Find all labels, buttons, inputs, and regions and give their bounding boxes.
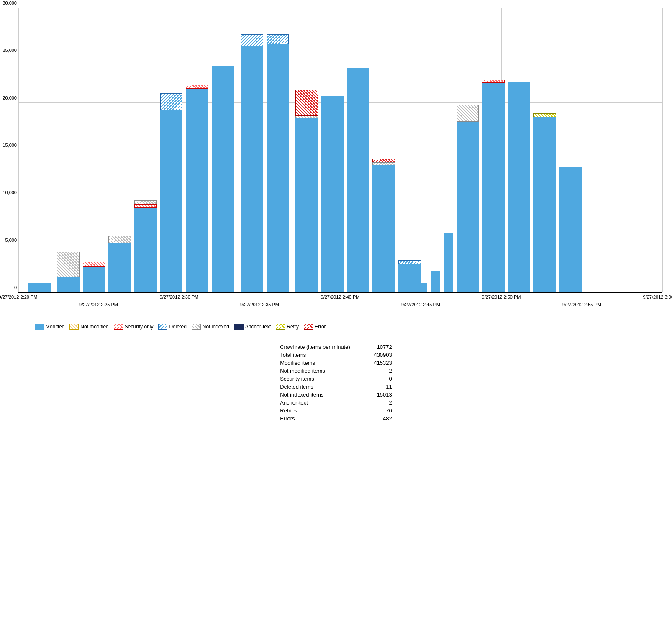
bar-stack bbox=[347, 68, 369, 292]
bar-segment-modified bbox=[559, 167, 582, 292]
bar-group bbox=[457, 105, 479, 292]
chart-inner: 30,00025,00020,00015,00010,0005,0000 9/2… bbox=[18, 8, 662, 314]
x-tick-label: 9/27/2012 2:30 PM bbox=[160, 294, 199, 300]
bar-segment-not-indexed bbox=[57, 252, 80, 277]
bar-segment-not-indexed bbox=[457, 105, 479, 122]
stats-row: Not modified items2 bbox=[280, 367, 392, 375]
bar-segment-not-indexed bbox=[372, 162, 395, 165]
bar-segment-modified bbox=[457, 122, 479, 292]
bar-segment-modified bbox=[347, 68, 369, 292]
bar-segment-not-indexed bbox=[134, 200, 157, 204]
bar-segment-modified bbox=[186, 89, 208, 292]
bar-segment-security bbox=[186, 85, 208, 89]
bar-segment-deleted bbox=[241, 34, 263, 46]
stats-label: Not indexed items bbox=[280, 391, 359, 399]
legend-swatch bbox=[69, 324, 79, 330]
legend-label: Deleted bbox=[169, 324, 186, 330]
bar-group bbox=[267, 34, 289, 292]
stats-row: Errors482 bbox=[280, 415, 392, 422]
legend-swatch bbox=[234, 324, 244, 330]
bar-segment-modified bbox=[418, 283, 427, 292]
x-tick-label: 9/27/2012 2:50 PM bbox=[482, 294, 521, 300]
stats-label: Not modified items bbox=[280, 367, 359, 375]
bar-stack bbox=[372, 159, 395, 292]
stats-value: 10772 bbox=[359, 343, 392, 351]
bar-segment-security bbox=[482, 80, 505, 83]
bar-group bbox=[28, 283, 51, 292]
grid-line-h bbox=[18, 8, 662, 8]
bar-stack bbox=[28, 283, 51, 292]
legend-swatch bbox=[114, 324, 123, 330]
stats-row: Anchor-text2 bbox=[280, 399, 392, 407]
stats-label: Deleted items bbox=[280, 383, 359, 391]
grid-line-v bbox=[662, 8, 663, 292]
bar-segment-modified bbox=[241, 46, 263, 292]
chart-area: 30,00025,00020,00015,00010,0005,0000 9/2… bbox=[10, 8, 662, 314]
stats-row: Total items430903 bbox=[280, 351, 392, 359]
bar-group bbox=[418, 283, 427, 292]
x-axis: 9/27/2012 2:20 PM9/27/2012 2:25 PM9/27/2… bbox=[18, 293, 662, 314]
stats-label: Security items bbox=[280, 375, 359, 383]
stats-value: 482 bbox=[359, 415, 392, 422]
legend-swatch bbox=[192, 324, 201, 330]
bar-stack bbox=[444, 233, 453, 292]
bar-group bbox=[134, 200, 157, 292]
y-tick-label: 15,000 bbox=[3, 143, 17, 148]
y-tick-label: 0 bbox=[14, 285, 17, 290]
stats-row: Retries70 bbox=[280, 407, 392, 415]
bar-segment-modified bbox=[212, 66, 234, 292]
bar-stack bbox=[108, 236, 131, 292]
bar-group bbox=[57, 252, 80, 292]
stats-value: 2 bbox=[359, 399, 392, 407]
bar-stack bbox=[83, 262, 105, 292]
bar-segment-modified bbox=[108, 243, 131, 292]
bar-stack bbox=[559, 167, 582, 292]
legend-label: Security only bbox=[125, 324, 154, 330]
legend-item: Retry bbox=[276, 324, 299, 330]
bar-segment-not-indexed bbox=[108, 236, 131, 243]
y-tick-label: 20,000 bbox=[3, 95, 17, 100]
bar-group bbox=[83, 262, 105, 292]
bar-stack bbox=[533, 113, 556, 292]
bar-group bbox=[295, 90, 318, 292]
chart-plot: 30,00025,00020,00015,00010,0005,0000 bbox=[18, 8, 662, 293]
bar-group bbox=[508, 82, 531, 292]
x-tick-label: 9/27/2012 3:00 PM bbox=[643, 294, 672, 300]
legend-label: Anchor-text bbox=[245, 324, 271, 330]
stats-table: Crawl rate (items per minute)10772Total … bbox=[280, 343, 392, 422]
bar-group bbox=[559, 167, 582, 292]
bar-group bbox=[160, 93, 183, 292]
bar-segment-modified bbox=[444, 233, 453, 292]
stats-value: 70 bbox=[359, 407, 392, 415]
bar-segment-deleted bbox=[398, 260, 421, 264]
bar-segment-modified bbox=[295, 118, 318, 292]
y-tick-label: 10,000 bbox=[3, 190, 17, 195]
x-tick-label: 9/27/2012 2:55 PM bbox=[562, 302, 601, 307]
grid-line-v bbox=[18, 8, 19, 292]
grid-line-v bbox=[421, 8, 421, 292]
bar-group bbox=[108, 236, 131, 292]
bar-group bbox=[321, 96, 344, 292]
x-tick-label: 9/27/2012 2:45 PM bbox=[401, 302, 440, 307]
bar-group bbox=[372, 159, 395, 292]
bar-group bbox=[533, 113, 556, 292]
bar-stack bbox=[57, 252, 80, 292]
x-tick-label: 9/27/2012 2:25 PM bbox=[79, 302, 118, 307]
legend-swatch bbox=[158, 324, 167, 330]
legend: ModifiedNot modifiedSecurity onlyDeleted… bbox=[35, 324, 662, 330]
y-axis-label bbox=[10, 8, 18, 314]
stats-row: Modified items415323 bbox=[280, 359, 392, 367]
bar-segment-deleted bbox=[160, 93, 183, 110]
stats-label: Crawl rate (items per minute) bbox=[280, 343, 359, 351]
bar-segment-modified bbox=[321, 96, 344, 292]
bar-group bbox=[482, 80, 505, 292]
legend-item: Not indexed bbox=[192, 324, 229, 330]
bar-group bbox=[431, 271, 440, 292]
bar-stack bbox=[295, 90, 318, 292]
bar-stack bbox=[186, 85, 208, 292]
stats-value: 0 bbox=[359, 375, 392, 383]
bar-segment-security bbox=[134, 204, 157, 208]
y-tick-label: 30,000 bbox=[3, 0, 17, 5]
legend-item: Anchor-text bbox=[234, 324, 271, 330]
bar-segment-modified bbox=[83, 267, 105, 292]
